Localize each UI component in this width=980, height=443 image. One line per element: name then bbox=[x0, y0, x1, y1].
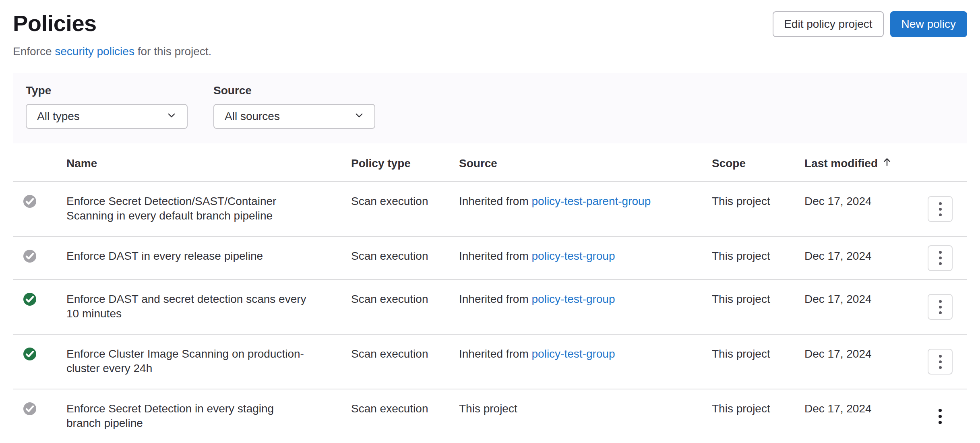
policy-row[interactable]: Enforce Secret Detection/SAST/Container … bbox=[13, 182, 967, 236]
policy-source-link[interactable]: policy-test-group bbox=[532, 293, 615, 305]
check-circle-icon bbox=[23, 195, 36, 208]
policy-scope: This project bbox=[712, 182, 804, 236]
policy-source-text: Inherited from bbox=[459, 348, 532, 360]
policy-source-link[interactable]: policy-test-group bbox=[532, 348, 615, 360]
type-filter-select[interactable]: All types bbox=[26, 104, 188, 129]
kebab-menu-icon[interactable] bbox=[928, 196, 953, 222]
last-modified-label: Last modified bbox=[804, 156, 878, 171]
policy-filter-bar: Type All types Source All sources bbox=[13, 73, 967, 143]
source-column-header: Source bbox=[459, 143, 712, 182]
header-actions: Edit policy project New policy bbox=[773, 11, 967, 37]
page-header: Policies Enforce security policies for t… bbox=[13, 0, 967, 59]
policy-type: Scan execution bbox=[351, 182, 459, 236]
kebab-menu-icon[interactable] bbox=[928, 404, 953, 429]
table-header-row: Name Policy type Source Scope Last modif… bbox=[13, 143, 967, 182]
check-circle-icon bbox=[23, 348, 36, 360]
policy-source-text: Inherited from bbox=[459, 293, 532, 305]
policy-source-link[interactable]: policy-test-parent-group bbox=[532, 195, 651, 207]
policy-type-column-header: Policy type bbox=[351, 143, 459, 182]
type-filter-group: Type All types bbox=[26, 84, 188, 129]
check-circle-icon bbox=[23, 402, 36, 415]
status-column-header bbox=[13, 143, 66, 182]
page-title: Policies bbox=[13, 10, 211, 36]
chevron-down-icon bbox=[354, 110, 364, 123]
source-filter-group: Source All sources bbox=[213, 84, 375, 129]
policy-last-modified: Dec 17, 2024 bbox=[804, 279, 922, 334]
source-filter-label: Source bbox=[213, 84, 375, 97]
subtitle-text: Enforce bbox=[13, 45, 55, 58]
page-subtitle: Enforce security policies for this proje… bbox=[13, 44, 211, 59]
kebab-menu-icon[interactable] bbox=[928, 349, 953, 375]
policy-name: Enforce DAST in every release pipeline bbox=[66, 250, 263, 262]
policy-source-text: This project bbox=[459, 402, 517, 415]
policy-status-cell bbox=[13, 182, 66, 236]
new-policy-button[interactable]: New policy bbox=[890, 11, 967, 37]
policy-scope: This project bbox=[712, 279, 804, 334]
kebab-menu-icon[interactable] bbox=[928, 245, 953, 271]
policy-status-cell bbox=[13, 279, 66, 334]
policy-type: Scan execution bbox=[351, 236, 459, 279]
policy-last-modified: Dec 17, 2024 bbox=[804, 236, 922, 279]
check-circle-icon bbox=[23, 250, 36, 263]
chevron-down-icon bbox=[167, 110, 176, 123]
policy-type: Scan execution bbox=[351, 279, 459, 334]
policy-last-modified: Dec 17, 2024 bbox=[804, 389, 922, 443]
policies-page: Policies Enforce security policies for t… bbox=[0, 0, 980, 443]
policy-row[interactable]: Enforce Secret Detection in every stagin… bbox=[13, 389, 967, 443]
policy-scope: This project bbox=[712, 334, 804, 389]
policy-last-modified: Dec 17, 2024 bbox=[804, 334, 922, 389]
policy-row[interactable]: Enforce DAST and secret detection scans … bbox=[13, 279, 967, 334]
policy-name: Enforce Secret Detection in every stagin… bbox=[66, 402, 274, 429]
subtitle-text: for this project. bbox=[134, 45, 211, 58]
last-modified-column-header[interactable]: Last modified bbox=[804, 143, 922, 182]
scope-column-header: Scope bbox=[712, 143, 804, 182]
name-column-header: Name bbox=[66, 143, 351, 182]
type-filter-label: Type bbox=[26, 84, 188, 97]
policy-scope: This project bbox=[712, 236, 804, 279]
policy-name: Enforce Secret Detection/SAST/Container … bbox=[66, 195, 276, 222]
security-policies-link[interactable]: security policies bbox=[55, 45, 134, 58]
source-filter-value: All sources bbox=[225, 110, 280, 123]
policy-status-cell bbox=[13, 334, 66, 389]
policy-name: Enforce DAST and secret detection scans … bbox=[66, 293, 306, 320]
actions-column-header bbox=[922, 143, 967, 182]
page-header-text: Policies Enforce security policies for t… bbox=[13, 10, 211, 59]
sort-ascending-icon bbox=[882, 156, 892, 171]
check-circle-icon bbox=[23, 293, 36, 306]
policy-row[interactable]: Enforce DAST in every release pipeline S… bbox=[13, 236, 967, 279]
policy-source-link[interactable]: policy-test-group bbox=[532, 250, 615, 262]
policy-row[interactable]: Enforce Cluster Image Scanning on produc… bbox=[13, 334, 967, 389]
policy-type: Scan execution bbox=[351, 389, 459, 443]
source-filter-select[interactable]: All sources bbox=[213, 104, 375, 129]
policy-name: Enforce Cluster Image Scanning on produc… bbox=[66, 348, 304, 375]
policy-last-modified: Dec 17, 2024 bbox=[804, 182, 922, 236]
policies-table: Name Policy type Source Scope Last modif… bbox=[13, 143, 967, 443]
policy-source-text: Inherited from bbox=[459, 195, 532, 207]
policy-status-cell bbox=[13, 236, 66, 279]
policy-status-cell bbox=[13, 389, 66, 443]
policy-source-text: Inherited from bbox=[459, 250, 532, 262]
kebab-menu-icon[interactable] bbox=[928, 294, 953, 320]
edit-policy-project-button[interactable]: Edit policy project bbox=[773, 11, 883, 37]
policy-type: Scan execution bbox=[351, 334, 459, 389]
type-filter-value: All types bbox=[37, 110, 80, 123]
policy-scope: This project bbox=[712, 389, 804, 443]
